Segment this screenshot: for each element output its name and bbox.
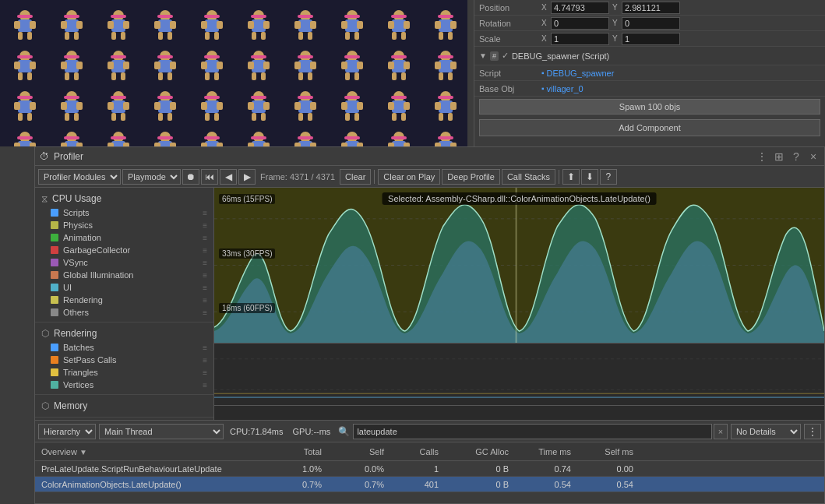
playmode-dropdown[interactable]: Playmode [122, 169, 181, 185]
sprite-character [100, 47, 137, 84]
script-value: DEBUG_spawner [547, 69, 615, 78]
script-file-icon: ▪ [541, 69, 545, 77]
sprite-character [100, 6, 137, 44]
rendering-header[interactable]: ⬡ Rendering [35, 326, 213, 341]
rendering-item-setpass-calls[interactable]: SetPass Calls ≡ [35, 354, 213, 366]
col-gcalloc: GC Alloc [439, 447, 509, 456]
sprite-character [193, 47, 231, 84]
sprite-grid [0, 0, 467, 146]
position-value: X Y [541, 2, 820, 14]
deep-profile-button[interactable]: Deep Profile [442, 169, 500, 185]
profiler-dock-icon[interactable]: ⊞ [773, 150, 785, 163]
prev-frame-button[interactable]: ⏮ [201, 169, 218, 185]
timeline-row[interactable]: ColorAnimationObjects.LateUpdate() 0.7% … [35, 477, 824, 492]
rotation-y-input[interactable] [622, 17, 680, 30]
script-row: Script ▪ DEBUG_spawner [474, 65, 825, 81]
sprite-character [380, 87, 418, 125]
fps-16-label: 16ms (60FPS) [219, 303, 275, 313]
svg-rect-5 [214, 344, 824, 405]
cpu-item-garbagecollector[interactable]: GarbageCollector ≡ [35, 244, 213, 256]
position-x-input[interactable] [551, 2, 609, 14]
spawn-button[interactable]: Spawn 100 objs [479, 99, 820, 115]
cpu-item-physics[interactable]: Physics ≡ [35, 219, 213, 231]
drag-handle-icon: ≡ [203, 356, 207, 365]
profiler-title: Profiler [54, 151, 83, 162]
step-forward-button[interactable]: ▶ [238, 169, 256, 185]
rendering-chart[interactable] [214, 344, 824, 406]
timeline-rows: PreLateUpdate.ScriptRunBehaviourLateUpda… [35, 461, 824, 503]
sprite-character [287, 47, 324, 84]
scale-x-input[interactable] [551, 33, 609, 45]
profiler-help-icon[interactable]: ? [790, 150, 802, 163]
export-button[interactable]: ⬆ [562, 169, 580, 185]
cpu-item-rendering[interactable]: Rendering ≡ [35, 294, 213, 306]
profiler-menu-icon[interactable]: ⋮ [756, 150, 768, 163]
cpu-item-others[interactable]: Others ≡ [35, 306, 213, 319]
cpu-item-label: Animation [63, 233, 198, 242]
sprite-character [287, 6, 324, 44]
cpu-item-label: Others [63, 308, 198, 317]
drag-handle-icon: ≡ [203, 259, 207, 267]
drag-handle-icon: ≡ [203, 246, 207, 255]
sprite-character [240, 6, 277, 44]
position-label: Position [479, 3, 541, 12]
color-indicator [51, 368, 58, 376]
sprite-character [287, 128, 324, 146]
sprite-character [6, 47, 44, 84]
position-row: Position X Y [474, 0, 825, 16]
profiler-modules-dropdown[interactable]: Profiler Modules [38, 169, 121, 185]
sprite-character [240, 128, 277, 146]
clear-button[interactable]: Clear [340, 169, 371, 185]
cpu-item-scripts[interactable]: Scripts ≡ [35, 206, 213, 219]
memory-section: ⬡ Memory [35, 395, 213, 418]
cpu-item-vsync[interactable]: VSync ≡ [35, 256, 213, 269]
sprite-character [240, 87, 277, 125]
scale-y-input[interactable] [622, 33, 680, 45]
cpu-item-ui[interactable]: UI ≡ [35, 281, 213, 294]
rotation-x-input[interactable] [551, 17, 609, 30]
row-timems: 0.54 [509, 480, 571, 489]
rendering-item-batches[interactable]: Batches ≡ [35, 341, 213, 354]
load-button[interactable]: ⬇ [581, 169, 598, 185]
search-input[interactable] [353, 424, 712, 439]
profiler-toolbar: Profiler Modules Playmode ⏺ ⏮ ◀ ▶ Frame:… [35, 166, 824, 188]
settings-button[interactable]: ? [600, 169, 617, 185]
hierarchy-dropdown[interactable]: Hierarchy [38, 424, 96, 439]
profiler-close-icon[interactable]: × [807, 150, 820, 163]
timeline-menu-btn[interactable]: ⋮ [804, 424, 821, 439]
cpu-chart[interactable]: 66ms (15FPS) 33ms (30FPS) 16ms (60FPS) S… [214, 188, 824, 344]
base-obj-row: Base Obj ▪ villager_0 [474, 81, 825, 97]
rendering-item-vertices[interactable]: Vertices ≡ [35, 379, 213, 391]
rendering-item-label: SetPass Calls [63, 355, 198, 365]
color-indicator [51, 209, 58, 217]
call-stacks-button[interactable]: Call Stacks [502, 169, 555, 185]
search-icon: 🔍 [337, 426, 351, 437]
memory-header[interactable]: ⬡ Memory [35, 398, 213, 414]
sprite-character [100, 87, 137, 125]
cpu-icon: ⧖ [41, 193, 48, 204]
position-y-input[interactable] [622, 2, 680, 14]
search-clear-button[interactable]: × [714, 424, 728, 439]
cpu-item-label: Scripts [63, 208, 198, 217]
timeline-row[interactable]: PreLateUpdate.ScriptRunBehaviourLateUpda… [35, 461, 824, 477]
color-indicator [51, 308, 58, 316]
sprite-character [193, 87, 231, 125]
sprite-character [333, 128, 371, 146]
inspector-panel: Position X Y Rotation X Y Scale [474, 0, 825, 146]
cpu-item-animation[interactable]: Animation ≡ [35, 231, 213, 244]
cpu-item-global-illumination[interactable]: Global Illumination ≡ [35, 269, 213, 281]
record-button[interactable]: ⏺ [182, 169, 199, 185]
sprite-character [146, 6, 184, 44]
cpu-item-label: UI [63, 283, 198, 292]
clear-on-play-button[interactable]: Clear on Play [378, 169, 440, 185]
cpu-item-label: VSync [63, 258, 198, 267]
sprite-character [6, 87, 44, 125]
step-back-button[interactable]: ◀ [220, 169, 237, 185]
thread-dropdown[interactable]: Main Thread [99, 424, 224, 439]
scale-row: Scale X Y [474, 31, 825, 47]
cpu-usage-header[interactable]: ⧖ CPU Usage [35, 191, 213, 206]
cpu-usage-section: ⧖ CPU Usage Scripts ≡ Physics ≡ Animatio… [35, 188, 213, 322]
add-component-button[interactable]: Add Component [479, 119, 820, 136]
no-details-dropdown[interactable]: No Details [731, 424, 801, 439]
rendering-item-triangles[interactable]: Triangles ≡ [35, 366, 213, 379]
